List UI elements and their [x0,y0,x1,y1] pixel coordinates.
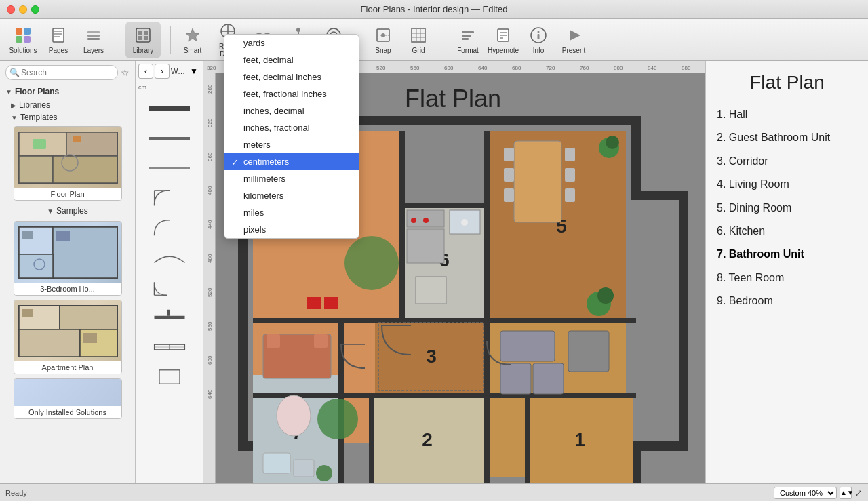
svg-point-172 [423,218,429,223]
svg-rect-86 [159,370,180,384]
unit-kilometers[interactable]: kilometers [224,187,359,204]
sidebar-settings-icon[interactable]: ☆ [121,67,130,78]
svg-rect-70 [19,329,80,357]
check-icon: ✓ [231,157,239,167]
format-label: Format [457,47,479,54]
unit-inches-fractional[interactable]: inches, fractional [224,119,359,136]
sep-3 [361,26,361,54]
svg-text:3: 3 [426,346,437,367]
library-button[interactable]: Library [125,22,161,58]
unit-feet-decimal[interactable]: feet, decimal [224,52,359,68]
titlebar: Floor Plans - Interior design — Edited [0,0,868,19]
svg-text:2: 2 [422,429,433,450]
door-shape[interactable] [142,274,197,301]
window-shape[interactable] [142,334,197,361]
unit-yards[interactable]: yards [224,35,359,52]
unit-centimeters[interactable]: ✓ centimeters [224,153,359,170]
svg-text:520: 520 [376,65,386,71]
collapse-icon-floor-plans: ▼ [5,88,12,96]
present-button[interactable]: Present [556,22,591,58]
wall-medium[interactable] [142,125,197,152]
sidebar-sub-templates[interactable]: ▼ Templates [0,111,135,123]
snap-label: Snap [375,47,391,54]
snap-button[interactable]: Snap [366,22,401,58]
arc-half[interactable] [142,244,197,271]
pages-button[interactable]: Pages [41,22,76,58]
toolbar: Solutions Pages Layers [0,19,868,61]
smart-button[interactable]: Smart [175,22,210,58]
svg-text:560: 560 [410,65,420,71]
svg-rect-170 [407,229,444,263]
room-rect[interactable] [142,363,197,390]
unit-meters[interactable]: meters [224,136,359,153]
unit-feet-decimal-inches[interactable]: feet, decimal inches [224,68,359,85]
ruler-vertical: 280 320 360 400 440 480 520 560 600 640 [203,73,216,483]
nav-forward-button[interactable]: › [155,64,170,79]
svg-point-180 [597,287,614,304]
close-button[interactable] [7,5,15,14]
nav-back-button[interactable]: ‹ [138,64,153,79]
format-button[interactable]: Format [450,22,486,58]
svg-rect-144 [504,148,514,161]
zoom-expand-icon[interactable]: ⤢ [854,487,863,498]
templates-label: Templates [20,113,58,122]
status-text: Ready [5,489,27,497]
svg-text:720: 720 [546,65,555,71]
svg-marker-16 [186,28,199,41]
search-icon: 🔍 [9,68,20,77]
svg-text:640: 640 [478,65,488,71]
unit-millimeters[interactable]: millimeters [224,170,359,187]
traffic-lights [7,5,39,14]
hypernote-icon [494,26,513,45]
maximize-button[interactable] [31,5,39,14]
zoom-select[interactable]: Custom 40% 25% 50% 75% 100% [774,487,837,499]
search-input[interactable] [5,65,118,80]
sidebar-sub-samples[interactable]: ▼ Samples [36,205,99,217]
main-area: 🔍 ☆ ▼ Floor Plans ▶ Libraries ▼ Template… [0,61,868,483]
minimize-button[interactable] [19,5,27,14]
info-button[interactable]: Info [521,22,556,58]
sidebar-sub-libraries[interactable]: ▶ Libraries [0,99,135,111]
grid-label: Grid [412,47,425,54]
svg-rect-7 [54,36,60,37]
sidebar-section-floor-plans[interactable]: ▼ Floor Plans [0,84,135,99]
page-dropdown-button[interactable]: ▼ [188,65,200,77]
svg-rect-147 [565,148,575,161]
thumb-floor-plan[interactable]: Floor Plan [14,126,122,201]
hypernote-button[interactable]: Hypernote [486,22,521,58]
toolbar-group-1: Solutions Pages Layers [5,22,111,58]
floor-plans-label: Floor Plans [15,87,59,96]
libraries-label: Libraries [19,100,50,110]
template-thumbnails: Floor Plan ▼ Samples [0,123,135,422]
solutions-button[interactable]: Solutions [5,22,41,58]
svg-rect-1 [24,28,31,35]
zoom-stepper-button[interactable]: ▲▼ [840,487,852,499]
unit-inches-decimal[interactable]: inches, decimal [224,102,359,119]
svg-text:560: 560 [207,321,213,331]
thumb-apartment[interactable]: Apartment Plan [14,300,122,374]
unit-miles[interactable]: miles [224,204,359,221]
svg-rect-43 [462,38,469,40]
svg-rect-8 [87,38,100,40]
smart-icon [183,26,202,45]
thumb-extra[interactable]: Only Installed Solutions [14,378,122,419]
search-bar: 🔍 ☆ [0,61,135,84]
svg-point-49 [538,31,540,33]
arc-quarter-2[interactable] [142,214,197,241]
svg-text:840: 840 [648,65,657,71]
svg-rect-160 [324,297,338,309]
arc-quarter-1[interactable] [142,184,197,212]
thumb-3-bedroom[interactable]: 3-Bedroom Ho... [14,221,122,296]
wall-thin[interactable] [142,155,197,182]
svg-rect-82 [167,310,170,316]
unit-pixels[interactable]: pixels [224,221,359,238]
grid-button[interactable]: Grid [401,22,436,58]
room-item-5: 5. Dining Room [717,201,857,216]
layers-button[interactable]: Layers [76,22,111,58]
wall-thick[interactable] [142,95,197,122]
wall-junction[interactable] [142,304,197,331]
right-panel: Flat Plan 1. Hall 2. Guest Bathroom Unit… [705,61,868,483]
svg-text:400: 400 [207,186,213,195]
unit-dropdown[interactable]: yards feet, decimal feet, decimal inches… [224,34,359,239]
unit-feet-fractional-inches[interactable]: feet, fractional inches [224,85,359,102]
